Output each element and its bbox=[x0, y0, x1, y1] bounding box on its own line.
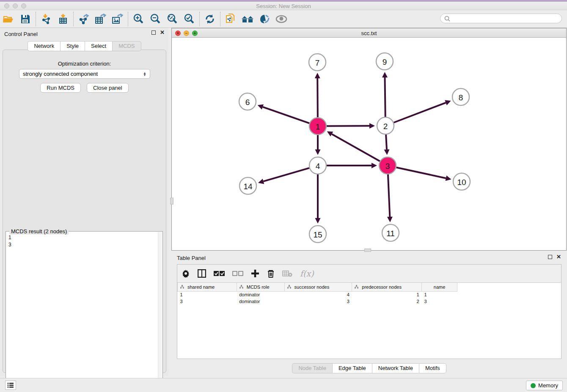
control-panel-tabs: NetworkStyleSelectMCDS bbox=[0, 41, 169, 51]
control-tab-select[interactable]: Select bbox=[85, 41, 112, 51]
column-header[interactable]: shared name bbox=[178, 283, 237, 291]
close-panel-icon[interactable]: ✕ bbox=[160, 30, 165, 35]
graph-edge-3-10[interactable] bbox=[396, 167, 446, 178]
column-header-label: shared name bbox=[187, 284, 215, 290]
table-tab-motifs[interactable]: Motifs bbox=[419, 363, 446, 373]
table-panel: Table Panel ✕ f(x) shared nameMCDS roles… bbox=[171, 252, 567, 376]
table-cell: 1 bbox=[352, 291, 422, 298]
column-header[interactable]: successor nodes bbox=[284, 283, 352, 291]
graph-edge-arrowhead bbox=[372, 163, 377, 168]
toolbar-separator bbox=[36, 12, 36, 26]
column-header-label: successor nodes bbox=[295, 284, 330, 290]
import-table-icon bbox=[58, 14, 68, 25]
export-table-button[interactable] bbox=[92, 11, 109, 27]
table-row[interactable]: 1dominator411 bbox=[178, 291, 457, 298]
graph-edge-3-1[interactable] bbox=[332, 134, 380, 161]
mcds-result-title: MCDS result (2 nodes) bbox=[9, 228, 69, 235]
function-icon: f(x) bbox=[300, 269, 314, 278]
graph-edge-arrowhead bbox=[258, 179, 264, 184]
graph-node-label: 8 bbox=[459, 93, 463, 102]
delete-column-icon[interactable] bbox=[267, 269, 275, 278]
graph-node-label: 15 bbox=[313, 230, 322, 239]
layout-refresh-button[interactable] bbox=[201, 11, 218, 27]
zoom-fit-button[interactable] bbox=[164, 11, 181, 27]
toolbar-separator bbox=[73, 12, 74, 26]
zoom-selected-button[interactable] bbox=[181, 11, 198, 27]
table-row[interactable]: 3dominator323 bbox=[178, 298, 457, 305]
scrollbar[interactable] bbox=[158, 232, 162, 389]
network-canvas[interactable]: 7968124314101511 bbox=[172, 38, 566, 250]
import-network-button[interactable] bbox=[38, 11, 55, 27]
table-panel-title: Table Panel bbox=[177, 255, 206, 261]
zoom-in-icon bbox=[133, 14, 144, 25]
zoom-in-button[interactable] bbox=[130, 11, 147, 27]
export-image-button[interactable] bbox=[109, 11, 126, 27]
import-network-icon bbox=[41, 14, 51, 25]
copy-network-button[interactable] bbox=[222, 11, 239, 27]
zoom-out-button[interactable] bbox=[147, 11, 164, 27]
column-header[interactable]: predecessor nodes bbox=[352, 283, 422, 291]
select-all-icon[interactable] bbox=[214, 271, 225, 276]
graph-edge-2-9[interactable] bbox=[385, 77, 385, 117]
column-tree-icon bbox=[180, 285, 184, 289]
optimization-criterion-select[interactable]: strongly connected component ▲▼ bbox=[19, 69, 150, 79]
float-panel-icon[interactable] bbox=[548, 255, 552, 259]
graph-edge-4-14[interactable] bbox=[263, 168, 309, 182]
graph-node-label: 10 bbox=[457, 178, 466, 187]
graph-node-label: 4 bbox=[316, 162, 320, 171]
control-tab-style[interactable]: Style bbox=[60, 41, 85, 51]
table-tab-network-table[interactable]: Network Table bbox=[372, 363, 419, 373]
graph-edge-1-2[interactable] bbox=[327, 126, 369, 126]
open-session-button[interactable] bbox=[0, 11, 17, 27]
import-table-button[interactable] bbox=[55, 11, 72, 27]
eye-button[interactable] bbox=[273, 11, 290, 27]
graph-node-label: 2 bbox=[383, 122, 388, 131]
float-panel-icon[interactable] bbox=[151, 30, 156, 35]
add-column-icon[interactable] bbox=[251, 269, 259, 278]
graph-edge-1-6[interactable] bbox=[263, 107, 309, 124]
table-tab-node-table[interactable]: Node Table bbox=[292, 363, 332, 373]
paint-icon bbox=[259, 14, 270, 24]
deselect-all-icon[interactable] bbox=[232, 271, 243, 276]
control-tab-network[interactable]: Network bbox=[28, 41, 60, 51]
column-header[interactable]: name bbox=[422, 283, 457, 291]
column-layout-icon[interactable] bbox=[198, 269, 206, 278]
table-cell: 4 bbox=[284, 291, 352, 298]
save-session-button[interactable] bbox=[17, 11, 34, 27]
splitter-grip-horizontal[interactable] bbox=[364, 248, 371, 252]
mcds-tab-content: Optimization criterion: strongly connect… bbox=[3, 50, 166, 373]
settings-gear-icon[interactable] bbox=[182, 269, 190, 278]
graph-edge-arrowhead bbox=[382, 72, 388, 77]
close-panel-button[interactable]: Close panel bbox=[87, 83, 129, 93]
run-mcds-button[interactable]: Run MCDS bbox=[40, 83, 81, 93]
window-title: Session: New Session bbox=[0, 3, 567, 9]
network-title: scc.txt bbox=[172, 30, 566, 36]
graph-edge-2-3[interactable] bbox=[386, 135, 387, 149]
status-bar: Memory bbox=[0, 378, 567, 392]
graph-edge-2-8[interactable] bbox=[394, 103, 446, 123]
graph-edge-arrowhead bbox=[387, 217, 393, 222]
eye-icon bbox=[275, 15, 287, 23]
memory-button[interactable]: Memory bbox=[526, 381, 563, 390]
graph-edge-1-7[interactable] bbox=[317, 78, 318, 117]
graph-edge-arrowhead bbox=[315, 73, 320, 78]
table-cell: 3 bbox=[178, 298, 237, 305]
network-view-window: × − + scc.txt 7968124314101511 bbox=[171, 28, 567, 251]
column-header[interactable]: MCDS role bbox=[237, 283, 284, 291]
splitter-grip-vertical[interactable] bbox=[170, 198, 173, 204]
graph-edge-3-11[interactable] bbox=[388, 174, 390, 217]
paint-button[interactable] bbox=[256, 11, 273, 27]
search-input[interactable] bbox=[451, 16, 561, 22]
search-box[interactable] bbox=[440, 14, 562, 23]
first-neighbors-button[interactable] bbox=[239, 11, 256, 27]
export-network-button[interactable] bbox=[75, 11, 92, 27]
graph-node-label: 11 bbox=[386, 229, 395, 238]
column-header-label: MCDS role bbox=[247, 284, 270, 290]
close-panel-icon[interactable]: ✕ bbox=[556, 255, 561, 259]
console-button[interactable] bbox=[5, 381, 16, 390]
control-tab-mcds[interactable]: MCDS bbox=[112, 41, 141, 51]
table-header-row: shared nameMCDS rolesuccessor nodesprede… bbox=[178, 283, 457, 291]
column-header-label: name bbox=[434, 284, 446, 290]
table-tab-edge-table[interactable]: Edge Table bbox=[332, 363, 372, 373]
column-tree-icon bbox=[239, 285, 243, 289]
